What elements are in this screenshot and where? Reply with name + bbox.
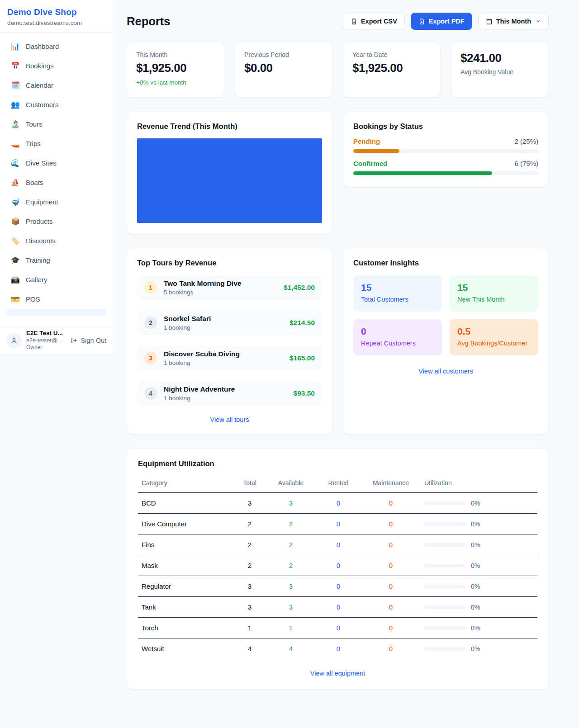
table-row: Tank 3 3 0 0 0% xyxy=(138,597,537,618)
sidebar-item-gallery[interactable]: 📸 Gallery xyxy=(5,270,108,289)
stat-card-year-to-date: Year to Date $1,925.00 xyxy=(343,42,441,98)
cell-total: 3 xyxy=(233,597,266,618)
view-all-tours-link[interactable]: View all tours xyxy=(137,416,322,423)
status-row-pending: Pending 2 (25%) xyxy=(353,137,538,153)
sign-out-button[interactable]: Sign Out xyxy=(71,337,106,344)
tour-bookings: 1 booking xyxy=(164,395,235,402)
top-tours-card: Top Tours by Revenue 1 Two Tank Morning … xyxy=(127,248,332,435)
sidebar-item-reports-active-partial[interactable] xyxy=(6,309,106,316)
utilization-bar: 0% xyxy=(424,583,534,590)
utilization-percent: 0% xyxy=(471,583,480,590)
cell-rented: 0 xyxy=(316,514,361,534)
tile-label: New This Month xyxy=(457,296,531,303)
sidebar-item-training[interactable]: 🎓 Training xyxy=(5,251,108,270)
cell-total: 1 xyxy=(233,618,266,638)
export-csv-label: Export CSV xyxy=(361,18,397,25)
view-all-equipment-link[interactable]: View all equipment xyxy=(138,670,537,677)
sidebar-item-tours[interactable]: 🏝️ Tours xyxy=(5,114,108,134)
sidebar-item-equipment[interactable]: 🤿 Equipment xyxy=(5,192,108,212)
sidebar-item-bookings[interactable]: 📅 Bookings xyxy=(5,56,108,76)
period-selector-dropdown[interactable]: This Month xyxy=(478,13,549,30)
sidebar-item-label: Discounts xyxy=(26,237,56,245)
table-row: Dive Computer 2 2 0 0 0% xyxy=(138,514,537,534)
charts-row: Revenue Trend (This Month) Bookings by S… xyxy=(127,111,549,234)
customer-insights-title: Customer Insights xyxy=(353,259,538,267)
export-csv-button[interactable]: Export CSV xyxy=(343,13,405,30)
utilization-percent: 0% xyxy=(471,645,480,652)
export-pdf-button[interactable]: Export PDF xyxy=(411,13,472,30)
header-actions: Export CSV Export PDF This Month xyxy=(343,13,549,30)
cell-total: 2 xyxy=(233,555,266,576)
sidebar-item-calendar[interactable]: 🗓️ Calendar xyxy=(5,76,108,95)
stat-label: This Month xyxy=(136,51,215,58)
cell-total: 4 xyxy=(233,638,266,659)
brand-subdomain: demo.test.divestreams.com xyxy=(7,19,105,26)
tile-label: Avg Bookings/Customer xyxy=(457,340,531,347)
tour-bookings: 5 bookings xyxy=(164,289,242,296)
cell-total: 2 xyxy=(233,534,266,555)
utilization-bar: 0% xyxy=(424,500,534,507)
view-all-customers-link[interactable]: View all customers xyxy=(353,368,538,375)
sidebar-item-label: Bookings xyxy=(26,62,54,70)
sidebar-item-discounts[interactable]: 🏷️ Discounts xyxy=(5,231,108,251)
list-item: 3 Discover Scuba Diving 1 booking $165.0… xyxy=(137,346,322,370)
sidebar-item-boats[interactable]: ⛵ Boats xyxy=(5,173,108,192)
sidebar-item-customers[interactable]: 👥 Customers xyxy=(5,95,108,114)
page-header: Reports Export CSV Export PDF This Month xyxy=(127,13,549,30)
equipment-table: Category Total Available Rented Maintena… xyxy=(138,474,537,659)
stat-value: $1,925.00 xyxy=(136,61,215,75)
cell-category: Wetsuit xyxy=(138,638,233,659)
sidebar-item-products[interactable]: 📦 Products xyxy=(5,212,108,231)
avatar xyxy=(6,333,22,348)
equipment-utilization-title: Equipment Utilization xyxy=(138,459,537,468)
utilization-percent: 0% xyxy=(471,604,480,611)
main-content: Reports Export CSV Export PDF This Month xyxy=(113,0,579,708)
calendar-icon xyxy=(486,18,493,25)
page-title: Reports xyxy=(127,14,170,28)
sidebar-item-dashboard[interactable]: 📊 Dashboard xyxy=(5,37,108,56)
sidebar-item-label: Trips xyxy=(26,140,41,147)
utilization-percent: 0% xyxy=(471,562,480,569)
sidebar-item-label: Boats xyxy=(26,179,43,186)
cell-available: 1 xyxy=(266,618,316,638)
status-value-pending: 2 (25%) xyxy=(514,137,538,145)
dashboard-icon: 📊 xyxy=(11,42,20,51)
cell-category: Torch xyxy=(138,618,233,638)
sidebar-item-trips[interactable]: 🚤 Trips xyxy=(5,134,108,153)
sidebar-item-label: Customers xyxy=(26,101,59,109)
utilization-bar: 0% xyxy=(424,562,534,569)
col-maintenance: Maintenance xyxy=(361,474,421,493)
status-row-confirmed: Confirmed 6 (75%) xyxy=(353,160,538,175)
sidebar-item-label: Products xyxy=(26,217,52,225)
stat-label: Avg Booking Value xyxy=(460,68,539,76)
diving-mask-icon: 🤿 xyxy=(11,198,20,206)
sidebar-item-pos[interactable]: 💳 POS xyxy=(5,289,108,309)
tour-revenue: $214.50 xyxy=(290,319,315,327)
cell-available: 3 xyxy=(266,576,316,597)
status-label-pending: Pending xyxy=(353,137,380,145)
top-tours-title: Top Tours by Revenue xyxy=(137,259,322,267)
cell-rented: 0 xyxy=(316,576,361,597)
table-row: Regulator 3 3 0 0 0% xyxy=(138,576,537,597)
cell-category: Regulator xyxy=(138,576,233,597)
cell-available: 2 xyxy=(266,514,316,534)
chevron-down-icon xyxy=(536,19,541,24)
sidebar-item-dive-sites[interactable]: 🌊 Dive Sites xyxy=(5,153,108,173)
list-item: 4 Night Dive Adventure 1 booking $93.50 xyxy=(137,381,322,406)
cell-rented: 0 xyxy=(316,534,361,555)
export-pdf-label: Export PDF xyxy=(429,18,465,25)
utilization-bar: 0% xyxy=(424,520,534,528)
tile-value: 15 xyxy=(361,282,434,293)
col-utilization: Utilization xyxy=(421,474,537,493)
cell-available: 4 xyxy=(266,638,316,659)
equipment-utilization-card: Equipment Utilization Category Total Ava… xyxy=(127,448,549,690)
table-row: Wetsuit 4 4 0 0 0% xyxy=(138,638,537,659)
stat-label: Year to Date xyxy=(352,51,431,58)
sidebar-item-label: POS xyxy=(26,295,40,303)
bookings-by-status-title: Bookings by Status xyxy=(353,122,538,131)
sidebar-nav: 📊 Dashboard 📅 Bookings 🗓️ Calendar 👥 Cus… xyxy=(0,33,113,327)
cell-category: Tank xyxy=(138,597,233,618)
sign-out-label: Sign Out xyxy=(81,337,106,344)
tag-icon: 🏷️ xyxy=(11,236,20,245)
col-available: Available xyxy=(266,474,316,493)
